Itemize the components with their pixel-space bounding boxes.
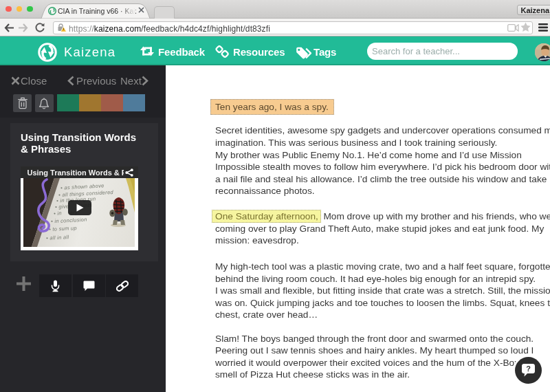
svg-text:?: ? <box>526 364 531 373</box>
